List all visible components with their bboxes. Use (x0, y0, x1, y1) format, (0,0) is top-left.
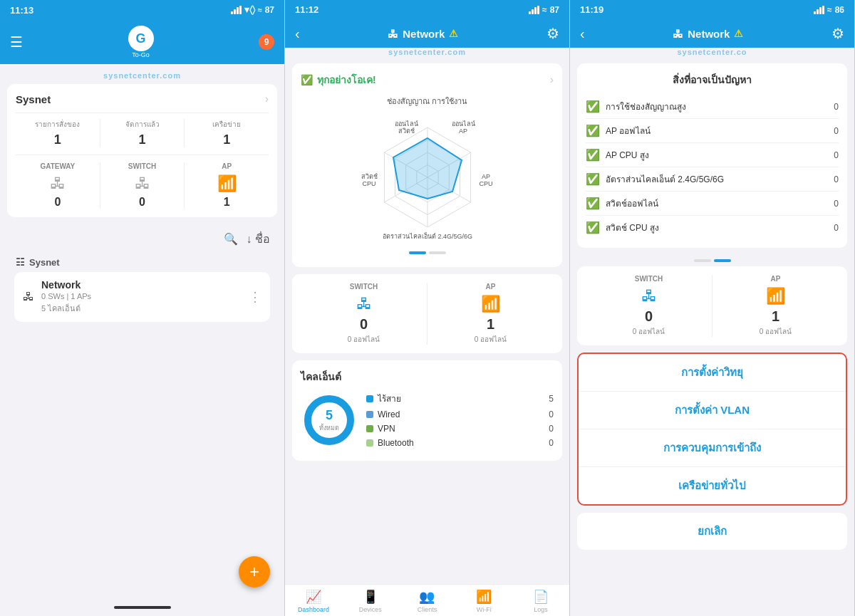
sort-icon[interactable]: ↓ ชื่อ (247, 230, 270, 248)
scroll-dots-radar (301, 247, 554, 259)
gear-icon-3[interactable]: ⚙ (831, 25, 844, 42)
sa-row-2: SWITCH 🖧 0 0 ออฟไลน์ AP 📶 1 0 ออฟไลน์ (301, 283, 554, 345)
switch-ap-card-2: SWITCH 🖧 0 0 ออฟไลน์ AP 📶 1 0 ออฟไลน์ (292, 274, 562, 353)
home-indicator-1 (0, 599, 284, 616)
tab-label-wifi: Wi-Fi (477, 606, 492, 613)
legend-text-2: VPN (378, 424, 395, 434)
tab-label-devices: Devices (359, 606, 382, 613)
network-sub1: 0 SWs | 1 APs (41, 292, 242, 301)
hamburger-icon[interactable]: ☰ (10, 33, 23, 51)
logo-circle: G (128, 26, 154, 51)
stat-val-orders: 1 (16, 132, 100, 147)
radar-svg: ออนไลน์ สวิตช์ ออนไลน์ AP AP CPU อัตราส่… (349, 113, 506, 241)
time-1: 11:13 (10, 5, 33, 16)
sa-val-switch-3: 0 (586, 308, 712, 325)
network-sub2: 5 ไคลเอ็นต์ (41, 302, 242, 315)
panel-3: 11:19 ≈ 86 ‹ 🖧 Network ⚠ ⚙ sysnetcenter.… (570, 0, 855, 616)
device-val-sw: 0 (100, 196, 185, 209)
more-options-icon[interactable]: ⋮ (249, 289, 261, 305)
nav-bar-2: ‹ 🖧 Network ⚠ ⚙ (285, 19, 569, 48)
check-icon-main: ✅ (301, 74, 313, 85)
issue-val-3: 0 (834, 174, 839, 184)
issue-left-5: ✅ สวิตช์ CPU สูง (586, 221, 659, 234)
sa-label-switch-3: SWITCH (586, 275, 712, 283)
issue-row-4: ✅ สวิตช์ออฟไลน์ 0 (586, 192, 839, 216)
cancel-button[interactable]: ยกเลิก (577, 513, 847, 550)
network-list-item[interactable]: 🖧 Network 0 SWs | 1 APs 5 ไคลเอ็นต์ ⋮ (14, 272, 270, 322)
action-menu: การตั้งค่าวิทยุ การตั้งค่า VLAN การควบคุ… (577, 353, 847, 506)
devices-tab-icon: 📱 (363, 589, 378, 605)
svg-text:AP: AP (481, 173, 489, 180)
tab-label-dashboard: Dashboard (298, 606, 329, 613)
nav-title-2: 🖧 Network ⚠ (388, 28, 458, 40)
sa-row-3: SWITCH 🖧 0 0 ออฟไลน์ AP 📶 1 0 ออฟไลน์ (586, 275, 839, 337)
ap-icon-1: 📶 (185, 174, 269, 193)
action-radio-settings[interactable]: การตั้งค่าวิทยุ (579, 354, 846, 392)
watermark-3: sysnetcenter.co (570, 48, 854, 56)
network-icon-nav: 🖧 (388, 28, 398, 40)
wifi-icon-3: ≈ (827, 5, 832, 15)
battery-3: 86 (835, 5, 844, 15)
issue-text-2: AP CPU สูง (606, 148, 649, 162)
scroll-dots-3 (570, 255, 854, 266)
tab-clients[interactable]: 👥 Clients (399, 589, 456, 613)
nav-bar-1: ☰ G To-Go 9 (0, 20, 284, 64)
back-button-3[interactable]: ‹ (580, 26, 585, 42)
device-ap: AP 📶 1 (185, 162, 269, 209)
device-row: GATEWAY 🖧 0 SWITCH 🖧 0 AP 📶 1 (16, 155, 269, 209)
tab-label-logs: Logs (534, 606, 548, 613)
stat-network: เครือข่าย 1 (185, 119, 269, 147)
stat-val-managed: 1 (100, 132, 185, 147)
time-2: 11:12 (295, 4, 318, 15)
notification-badge[interactable]: 9 (259, 34, 274, 50)
sa-sub-switch-2: 0 ออฟไลน์ (301, 334, 427, 345)
issue-row-1: ✅ AP ออฟไลน์ 0 (586, 119, 839, 143)
legend-text-3: Bluetooth (378, 438, 414, 448)
issue-text-4: สวิตช์ออฟไลน์ (606, 197, 658, 210)
chevron-right-icon[interactable]: › (265, 93, 269, 105)
svg-text:อัตราส่วนไคลเอ็นต์ 2.4G/5G/6G: อัตราส่วนไคลเอ็นต์ 2.4G/5G/6G (382, 231, 472, 240)
device-label-ap: AP (185, 162, 269, 170)
back-button-2[interactable]: ‹ (295, 26, 300, 42)
nav-title-3: 🖧 Network ⚠ (673, 28, 743, 40)
logs-tab-icon: 📄 (533, 589, 549, 605)
device-switch: SWITCH 🖧 0 (100, 162, 185, 209)
issue-left-1: ✅ AP ออฟไลน์ (586, 124, 651, 137)
legend-dot-2 (366, 425, 373, 432)
search-sort-bar: 🔍 ↓ ชื่อ (7, 226, 277, 252)
legend-row-1: Wired 0 (366, 409, 554, 419)
sa-ap-2: AP 📶 1 0 ออฟไลน์ (428, 283, 554, 345)
issue-row-3: ✅ อัตราส่วนไคลเอ็นต์ 2.4G/5G/6G 0 (586, 167, 839, 192)
logo-sub: To-Go (132, 51, 150, 58)
radar-subtitle: ช่องสัญญาณ การใช้งาน (301, 95, 554, 108)
wifi-icon-2: ≈ (542, 5, 547, 15)
scroll-dot-3-1 (694, 259, 711, 262)
chevron-right-2[interactable]: › (550, 73, 554, 86)
gear-icon-2[interactable]: ⚙ (546, 25, 559, 42)
svg-text:CPU: CPU (362, 180, 375, 187)
action-general-network[interactable]: เครือข่ายทั่วไป (579, 467, 846, 504)
legend-val-2: 0 (549, 424, 554, 434)
nav-title-text-3: Network (688, 28, 730, 40)
fab-add-button[interactable]: + (239, 556, 270, 588)
issue-val-0: 0 (834, 102, 839, 112)
status-bar-3: 11:19 ≈ 86 (570, 0, 854, 19)
tab-dashboard[interactable]: 📈 Dashboard (285, 589, 342, 613)
signal-icon-3 (814, 6, 824, 14)
action-access-control[interactable]: การควบคุมการเข้าถึง (579, 429, 846, 467)
radar-chart: ออนไลน์ สวิตช์ ออนไลน์ AP AP CPU อัตราส่… (301, 113, 554, 241)
action-vlan-settings[interactable]: การตั้งค่า VLAN (579, 392, 846, 429)
device-label-sw: SWITCH (100, 162, 185, 170)
search-icon[interactable]: 🔍 (224, 232, 238, 246)
tab-logs[interactable]: 📄 Logs (512, 589, 569, 613)
all-good-row: ✅ ทุกอย่างโอเค! › (301, 72, 554, 88)
legend-val-1: 0 (549, 409, 554, 419)
legend-row-0: ไร้สาย 5 (366, 392, 554, 405)
status-bar-1: 11:13 ▾〈〉 ≈ 87 (0, 0, 284, 20)
issue-val-5: 0 (834, 223, 839, 233)
sa-sub-ap-2: 0 ออฟไลน์ (428, 334, 554, 345)
issue-left-2: ✅ AP CPU สูง (586, 148, 649, 162)
tab-wifi[interactable]: 📶 Wi-Fi (455, 589, 512, 613)
tab-devices[interactable]: 📱 Devices (342, 589, 399, 613)
switch-icon-1: 🖧 (100, 174, 185, 193)
